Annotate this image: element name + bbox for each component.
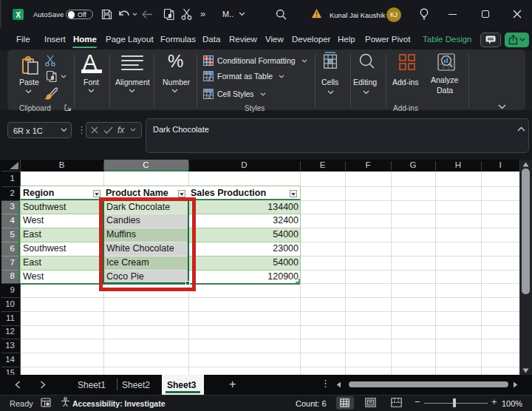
- svg-text:X: X: [16, 11, 21, 19]
